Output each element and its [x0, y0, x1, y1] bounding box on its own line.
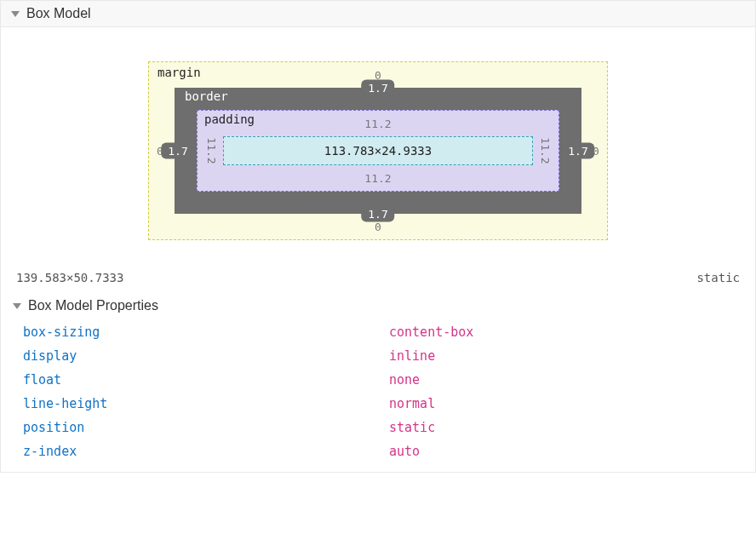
- section-title: Box Model: [26, 6, 91, 21]
- properties-list: box-sizing content-box display inline fl…: [1, 317, 755, 472]
- padding-layer-label: padding: [204, 112, 255, 126]
- subsection-title: Box Model Properties: [28, 298, 158, 313]
- content-dimensions: 113.783×24.9333: [324, 144, 432, 158]
- property-row[interactable]: line-height normal: [1, 392, 755, 416]
- padding-layer[interactable]: padding 11.2 11.2 11.2 11.2 113.783×24.9…: [197, 110, 559, 192]
- property-name: box-sizing: [23, 324, 389, 340]
- border-right-value[interactable]: 1.7: [561, 143, 594, 159]
- box-model-panel: Box Model margin 0 0 0 0 border padding …: [0, 0, 756, 473]
- property-value[interactable]: content-box: [389, 324, 473, 340]
- position-mode: static: [696, 271, 740, 284]
- box-model-diagram: margin 0 0 0 0 border padding 11.2 11.2 …: [1, 27, 755, 266]
- property-value[interactable]: auto: [389, 444, 420, 459]
- property-name: position: [23, 420, 389, 435]
- property-name: float: [23, 372, 389, 388]
- property-value[interactable]: none: [389, 372, 420, 388]
- property-row[interactable]: box-sizing content-box: [1, 320, 755, 344]
- padding-top-value[interactable]: 11.2: [364, 118, 391, 130]
- box-model-section-header[interactable]: Box Model: [1, 1, 755, 27]
- outer-dimensions: 139.583×50.7333: [16, 271, 123, 284]
- content-layer[interactable]: 113.783×24.9333: [223, 136, 533, 165]
- border-left-value[interactable]: 1.7: [161, 143, 194, 159]
- padding-right-value[interactable]: 11.2: [539, 137, 552, 164]
- chevron-down-icon: [13, 303, 21, 309]
- property-value[interactable]: normal: [389, 396, 435, 411]
- margin-bottom-value[interactable]: 0: [375, 221, 381, 233]
- property-row[interactable]: display inline: [1, 344, 755, 368]
- chevron-down-icon: [11, 11, 20, 17]
- property-value[interactable]: inline: [389, 348, 435, 364]
- padding-left-value[interactable]: 11.2: [205, 137, 218, 164]
- box-model-properties-header[interactable]: Box Model Properties: [1, 295, 755, 317]
- border-layer-label: border: [185, 89, 228, 103]
- margin-layer[interactable]: margin 0 0 0 0 border padding 11.2 11.2 …: [148, 61, 608, 240]
- property-name: z-index: [23, 444, 389, 459]
- border-layer[interactable]: border padding 11.2 11.2 11.2 11.2 113.7…: [175, 88, 581, 214]
- property-row[interactable]: float none: [1, 368, 755, 392]
- border-top-value[interactable]: 1.7: [361, 80, 394, 96]
- padding-bottom-value[interactable]: 11.2: [364, 172, 391, 185]
- property-row[interactable]: z-index auto: [1, 439, 755, 463]
- border-bottom-value[interactable]: 1.7: [361, 206, 394, 222]
- property-name: line-height: [23, 396, 389, 411]
- property-name: display: [23, 348, 389, 364]
- margin-layer-label: margin: [158, 66, 201, 79]
- property-value[interactable]: static: [389, 420, 435, 435]
- property-row[interactable]: position static: [1, 416, 755, 439]
- box-info-row: 139.583×50.7333 static: [1, 266, 755, 295]
